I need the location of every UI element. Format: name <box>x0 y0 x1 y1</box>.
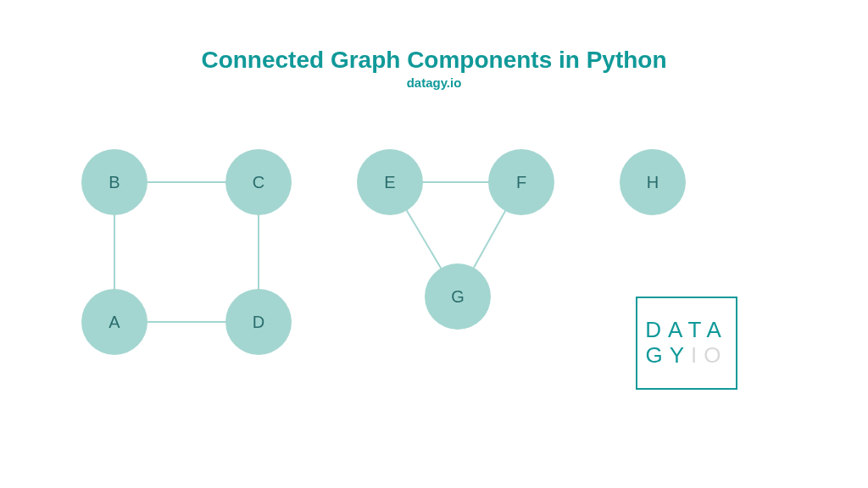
graph-node-f: F <box>488 149 554 215</box>
graph-node-e: E <box>357 149 423 215</box>
graph-node-g: G <box>425 263 491 330</box>
graph-node-a: A <box>81 289 147 355</box>
graph-node-h: H <box>620 149 686 215</box>
graph-node-d: D <box>225 289 292 355</box>
graph-node-b: B <box>81 149 147 215</box>
graph-edges-layer <box>0 0 868 488</box>
graph-node-c: C <box>225 149 292 215</box>
graph-canvas: ABCDEFGH <box>0 0 868 488</box>
